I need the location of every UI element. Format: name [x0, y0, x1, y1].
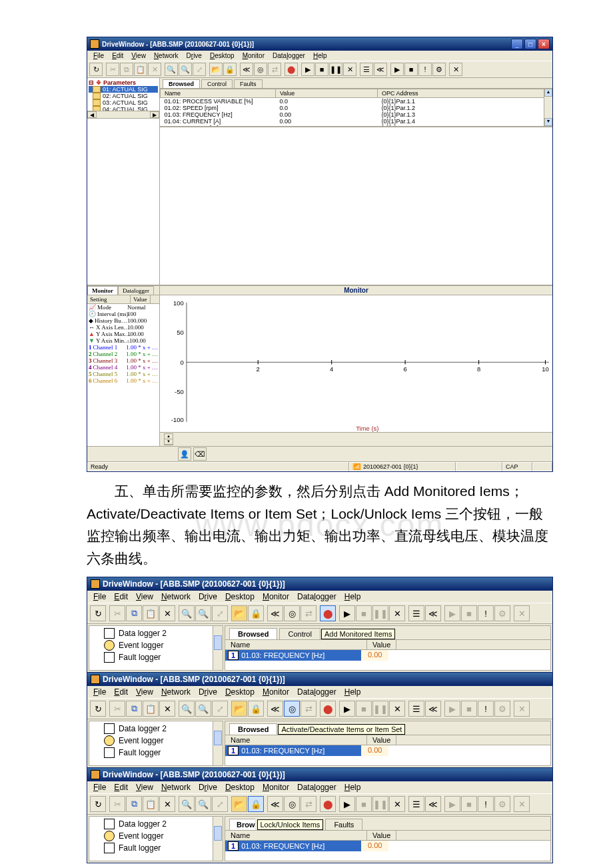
channel-4[interactable]: 4 Channel 41.00 * x + …	[87, 364, 159, 371]
menu-network[interactable]: Network	[151, 51, 182, 60]
lock-unlock-button[interactable]: 🔒	[248, 796, 264, 812]
menu-file[interactable]: File	[90, 591, 109, 602]
paste-icon[interactable]: 📋	[134, 63, 147, 76]
col-name[interactable]: Name	[225, 735, 367, 745]
col-opc-address[interactable]: OPC Address	[378, 89, 552, 98]
logger-data-logger-2[interactable]: Data logger 2	[89, 818, 223, 830]
menu-monitor[interactable]: Monitor	[259, 687, 293, 697]
scroll-down-icon[interactable]: ▼	[544, 118, 552, 126]
list-icon[interactable]: ☰	[360, 63, 373, 76]
tree-root-parameters[interactable]: ⊟ ❖ Parameters	[89, 79, 158, 86]
menu-network[interactable]: Network	[158, 782, 194, 793]
menu-monitor[interactable]: Monitor	[259, 782, 293, 793]
refresh-icon[interactable]: ↻	[90, 701, 106, 717]
menu-drive[interactable]: Drive	[195, 591, 221, 602]
tab-datalogger[interactable]: Datalogger	[118, 286, 154, 295]
clear-icon[interactable]: ✕	[389, 605, 405, 621]
grid-row[interactable]: 101.03: FREQUENCY [Hz] 0.00	[225, 745, 550, 756]
clear-icon[interactable]: ✕	[389, 796, 405, 812]
lock-icon[interactable]: 🔒	[223, 63, 237, 76]
close-button[interactable]: ×	[538, 39, 550, 49]
paste-icon[interactable]: 📋	[143, 701, 159, 717]
channel-6[interactable]: 6 Channel 61.00 * x + …	[87, 377, 159, 384]
menu-help[interactable]: Help	[341, 782, 364, 793]
lock-icon[interactable]: 🔒	[248, 701, 264, 717]
tab-monitor[interactable]: Monitor	[87, 286, 118, 295]
eraser-icon[interactable]: ⌫	[193, 447, 207, 461]
rewind2-icon[interactable]: ≪	[374, 63, 387, 76]
menu-datalogger[interactable]: Datalogger	[294, 687, 340, 697]
menu-datalogger[interactable]: Datalogger	[294, 591, 340, 602]
tab-browsed[interactable]: Browsed	[229, 723, 277, 735]
logger-event-logger[interactable]: Event logger	[89, 639, 223, 651]
zoom-out-icon[interactable]: 🔍	[195, 701, 211, 717]
grid-row[interactable]: 101.03: FREQUENCY [Hz] 0.00	[225, 841, 550, 851]
col-name[interactable]: Name	[161, 89, 276, 98]
grid-v-scrollbar[interactable]: ▲ ▼	[544, 89, 552, 126]
col-value[interactable]: Value	[367, 640, 396, 649]
play2-icon[interactable]: ▶	[444, 796, 460, 812]
open-icon[interactable]: 📂	[231, 701, 247, 717]
stop-icon[interactable]: ■	[315, 63, 328, 76]
list-icon[interactable]: ☰	[408, 701, 424, 717]
tab-browsed[interactable]: Browsed	[229, 628, 277, 639]
menu-drive[interactable]: Drive	[183, 51, 205, 60]
col-value[interactable]: Value	[367, 831, 396, 840]
zoom-out-icon[interactable]: 🔍	[195, 796, 211, 812]
channel-5[interactable]: 5 Channel 51.00 * x + …	[87, 371, 159, 377]
scroll-right-icon[interactable]: ▶	[150, 111, 159, 118]
link-icon[interactable]: ⇄	[301, 701, 316, 717]
zoom-reset-icon[interactable]: ⤢	[212, 796, 228, 812]
record-icon[interactable]: ⬤	[320, 701, 336, 717]
menu-network[interactable]: Network	[158, 687, 194, 697]
target-icon[interactable]: ◎	[284, 796, 300, 812]
delete-icon[interactable]: ✕	[159, 796, 175, 812]
menu-help[interactable]: Help	[310, 51, 330, 60]
rewind-icon[interactable]: ≪	[267, 701, 283, 717]
pause-icon[interactable]: ❚❚	[372, 796, 388, 812]
rewind-icon[interactable]: ≪	[267, 605, 283, 621]
menu-help[interactable]: Help	[341, 591, 364, 602]
play-icon[interactable]: ▶	[339, 701, 355, 717]
menu-edit[interactable]: Edit	[111, 591, 131, 602]
rewind-icon[interactable]: ≪	[240, 63, 253, 76]
stop-icon[interactable]: ■	[356, 701, 372, 717]
logger-fault-logger[interactable]: Fault logger	[89, 651, 223, 663]
menu-file[interactable]: File	[90, 51, 107, 60]
menu-datalogger[interactable]: Datalogger	[294, 782, 340, 793]
logger-fault-logger[interactable]: Fault logger	[89, 747, 223, 759]
target-icon[interactable]: ◎	[284, 605, 300, 621]
pause-icon[interactable]: ❚❚	[372, 701, 388, 717]
play2-icon[interactable]: ▶	[444, 605, 460, 621]
minimize-button[interactable]: _	[511, 39, 523, 49]
delete-icon[interactable]: ✕	[159, 605, 175, 621]
list-icon[interactable]: ☰	[408, 605, 424, 621]
grid-row[interactable]: 01.01: PROCESS VARIABLE [%]0.0{0}{1}Par.…	[161, 98, 552, 105]
scroll-left-icon[interactable]: ◀	[87, 111, 97, 118]
logger-scrollbar[interactable]	[213, 721, 223, 765]
zoom-in-icon[interactable]: 🔍	[179, 701, 195, 717]
settings-icon[interactable]: ⚙	[494, 605, 510, 621]
monitor-plot[interactable]: 100 50 0 -50 -100 2 4 6	[160, 295, 552, 432]
menu-desktop[interactable]: Desktop	[222, 687, 258, 697]
tab-browsed[interactable]: Browsed	[163, 79, 200, 88]
play-icon[interactable]: ▶	[301, 63, 314, 76]
tab-control[interactable]: Control	[279, 628, 320, 639]
target-icon[interactable]: ◎	[254, 63, 267, 76]
add-monitored-items-button[interactable]: ⬤	[320, 605, 336, 621]
menu-desktop[interactable]: Desktop	[222, 782, 258, 793]
zoom-in-icon[interactable]: 🔍	[179, 605, 195, 621]
copy-icon[interactable]: ⧉	[126, 796, 142, 812]
setting-row[interactable]: ▼ Y Axis Min…-100.00	[87, 337, 159, 344]
link-icon[interactable]: ⇄	[301, 605, 316, 621]
zoom-in-icon[interactable]: 🔍	[179, 796, 195, 812]
tree-h-scrollbar[interactable]: ◀ ▶	[87, 111, 159, 118]
menu-drive[interactable]: Drive	[195, 782, 221, 793]
open-icon[interactable]: 📂	[231, 605, 247, 621]
lock-icon[interactable]: 🔒	[248, 605, 264, 621]
pause-icon[interactable]: ❚❚	[329, 63, 342, 76]
copy-icon[interactable]: ⧉	[126, 701, 142, 717]
delete-icon[interactable]: ✕	[159, 701, 175, 717]
menu-drive[interactable]: Drive	[195, 687, 221, 697]
record-icon[interactable]: ⬤	[285, 63, 298, 76]
